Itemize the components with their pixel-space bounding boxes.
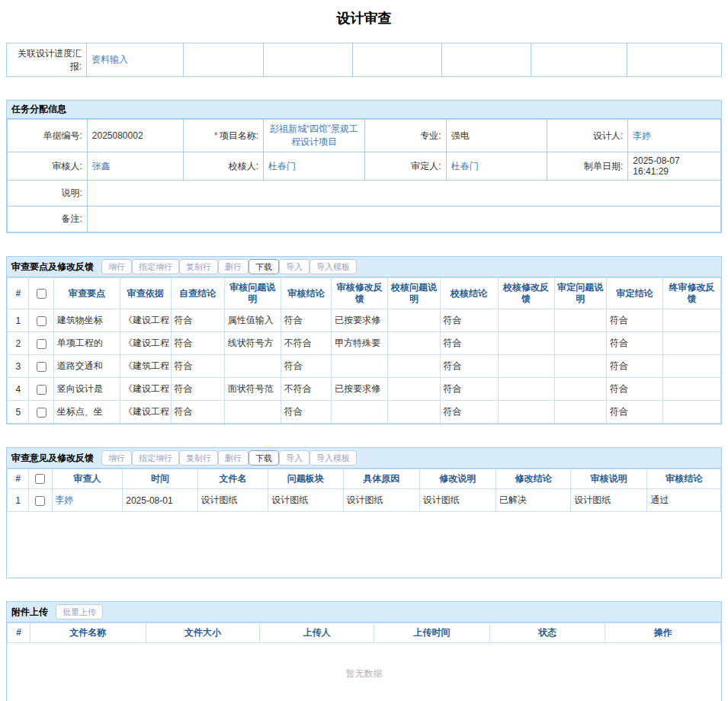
column-header: 校核结论	[440, 278, 498, 309]
column-header: 校核问题说明	[388, 278, 440, 309]
column-header: 文件大小	[146, 623, 260, 643]
cell	[498, 355, 554, 378]
add-row-button[interactable]: 增行	[101, 259, 132, 274]
table-row: 5坐标点、坐《建设工程符合符合符合符合	[8, 401, 721, 424]
specialty-value: 强电	[446, 120, 547, 152]
cell: 符合	[440, 378, 498, 401]
cell: 已按要求修	[332, 309, 388, 332]
review-points-header: 审查要点及修改反馈 增行指定增行复制行删行下载导入导入模板	[7, 257, 721, 277]
cell	[332, 401, 388, 424]
designer-link[interactable]: 李婷	[633, 130, 651, 141]
row-checkbox[interactable]	[37, 408, 47, 418]
import-button[interactable]: 导入	[279, 450, 309, 466]
cell: 《建设工程	[120, 332, 171, 355]
insert-row-button[interactable]: 指定增行	[132, 259, 179, 274]
cell: 已按要求修	[332, 378, 388, 401]
cell: 1	[8, 489, 29, 512]
cell	[498, 378, 554, 401]
copy-row-button[interactable]: 复制行	[179, 259, 218, 274]
download-button[interactable]: 下载	[249, 450, 279, 466]
download-button[interactable]: 下载	[249, 259, 279, 274]
cell	[662, 355, 720, 378]
section-title: 附件上传	[11, 606, 48, 619]
delete-row-button[interactable]: 删行	[218, 259, 249, 274]
task-info-header: 任务分配信息	[7, 101, 721, 119]
import-button[interactable]: 导入	[279, 259, 309, 274]
cell: 符合	[281, 355, 331, 378]
review-opinions-header: 审查意见及修改反馈 增行指定增行复制行删行下载导入导入模板	[7, 448, 721, 469]
review-points-section: 审查要点及修改反馈 增行指定增行复制行删行下载导入导入模板 #审查要点审查依据自…	[6, 256, 722, 424]
cell: 1	[8, 309, 29, 332]
column-header: 上传人	[260, 623, 374, 643]
column-header: 审定结论	[606, 278, 662, 309]
checker-link[interactable]: 杜春门	[268, 161, 296, 171]
cell	[498, 401, 554, 424]
cell: 设计图纸	[571, 489, 647, 512]
cell: 已解决	[495, 489, 570, 512]
description-value	[87, 181, 720, 206]
cell: 符合	[171, 309, 224, 332]
cell: 符合	[171, 355, 224, 378]
data-input-link[interactable]: 资料输入	[91, 54, 128, 65]
cell: 《建设工程	[120, 309, 171, 332]
field-label: 备注:	[8, 206, 88, 232]
batch-upload-button[interactable]: 批量上传	[56, 604, 103, 619]
column-header: 问题板块	[268, 469, 343, 489]
import-template-button[interactable]: 导入模板	[309, 450, 357, 466]
cell: 李婷	[52, 489, 123, 512]
approver-link[interactable]: 杜春门	[451, 161, 479, 171]
column-header: 自查结论	[171, 278, 224, 309]
cell	[662, 401, 720, 424]
review-opinions-toolbar: 增行指定增行复制行删行下载导入导入模板	[101, 450, 357, 466]
related-report-value-cell: 资料输入	[87, 43, 184, 77]
column-header: 具体原因	[343, 469, 419, 489]
section-title: 审查要点及修改反馈	[11, 261, 94, 274]
column-header: 审核说明	[571, 469, 647, 489]
column-header: 状态	[489, 623, 605, 643]
attachments-table: #文件名称文件大小上传人上传时间状态操作	[7, 623, 721, 643]
row-checkbox[interactable]	[37, 339, 47, 349]
row-checkbox-cell	[29, 309, 53, 332]
column-header: 审查依据	[120, 278, 171, 309]
column-header: #	[8, 278, 29, 309]
field-label: 制单日期:	[547, 152, 628, 181]
column-header: 审核修改反馈	[332, 278, 388, 309]
column-header: 校核修改反馈	[498, 278, 554, 309]
row-checkbox[interactable]	[37, 316, 47, 326]
table-row: 1李婷2025-08-01设计图纸设计图纸设计图纸设计图纸已解决设计图纸通过	[8, 489, 721, 512]
cell: 竖向设计是	[53, 378, 120, 401]
row-checkbox[interactable]	[35, 496, 45, 506]
field-label: 专业:	[364, 120, 446, 152]
cell: 坐标点、坐	[53, 401, 120, 424]
approver-cell: 杜春门	[446, 152, 547, 181]
cell: 3	[8, 355, 29, 378]
cell: 《建筑工程	[120, 355, 171, 378]
row-checkbox-cell	[29, 332, 53, 355]
cell: 4	[8, 378, 29, 401]
column-header: 文件名称	[30, 623, 146, 643]
reviewer-cell: 张鑫	[87, 152, 183, 181]
column-header: #	[8, 469, 29, 489]
project-name-link[interactable]: 彭祖新城“四馆”景观工程设计项目	[270, 123, 358, 147]
column-header: 审定问题说明	[554, 278, 606, 309]
import-template-button[interactable]: 导入模板	[309, 259, 357, 274]
cell	[554, 355, 606, 378]
cell	[498, 309, 554, 332]
review-opinions-table: #审查人时间文件名问题板块具体原因修改说明修改结论审核说明审核结论1李婷2025…	[7, 469, 721, 512]
row-checkbox[interactable]	[37, 362, 47, 372]
select-all-checkbox[interactable]	[35, 474, 45, 484]
select-all-checkbox[interactable]	[37, 289, 47, 299]
cell	[662, 309, 720, 332]
delete-row-button[interactable]: 删行	[218, 450, 249, 466]
column-header: #	[8, 623, 30, 643]
reviewer-link[interactable]: 张鑫	[92, 161, 111, 171]
copy-row-button[interactable]: 复制行	[179, 450, 218, 466]
insert-row-button[interactable]: 指定增行	[132, 450, 179, 466]
column-header: 审核问题说明	[224, 278, 281, 309]
empty-area	[7, 512, 721, 578]
field-label: 说明:	[8, 181, 88, 206]
add-row-button[interactable]: 增行	[101, 450, 132, 466]
row-checkbox[interactable]	[37, 385, 47, 395]
attachments-empty-area: 暂无数据	[7, 643, 721, 701]
cell-link[interactable]: 李婷	[56, 495, 74, 505]
